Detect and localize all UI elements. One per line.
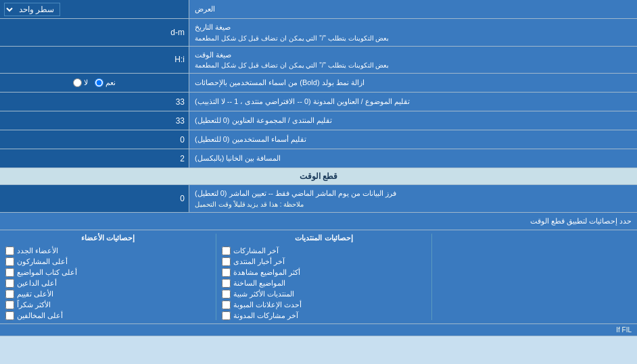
time-format-input[interactable] — [4, 55, 185, 64]
checkbox-top-violators[interactable]: أعلى المخالفين — [5, 311, 210, 320]
label-username-trim: تقليم أسماء المستخدمين (0 للتعطيل) — [189, 130, 637, 149]
radio-yes-label[interactable]: نعم — [95, 78, 116, 87]
label-cell-spacing: المسافة بين الخانيا (بالبكسل) — [189, 149, 637, 167]
username-trim-input[interactable] — [4, 135, 185, 145]
label-forum-trim: تقليم المنتدى / المجموعة العناوين (0 للت… — [189, 111, 637, 130]
cb-most-thanked[interactable] — [5, 301, 14, 309]
cb-top-violators[interactable] — [5, 311, 14, 320]
input-forum-trim-cell — [0, 111, 189, 130]
cb-blog-posts[interactable] — [222, 311, 231, 320]
cb-top-posters[interactable] — [5, 257, 14, 266]
label-cutoff: فرز البيانات من يوم الماشر الماضي فقط --… — [189, 185, 637, 212]
checkbox-top-invitors[interactable]: أعلى الداعين — [5, 279, 210, 288]
radio-no[interactable] — [73, 78, 82, 87]
limit-row: حدد إحصائيات لتطبيق قطع الوقت — [0, 213, 637, 230]
row-username-trim: تقليم أسماء المستخدمين (0 للتعطيل) — [0, 130, 637, 149]
date-format-input[interactable] — [4, 28, 185, 37]
display-select[interactable]: سطر واحد سطرين ثلاثة أسطر — [4, 3, 60, 16]
empty-left-col — [432, 234, 637, 320]
row-title-trim: تقليم الموضوع / العناوين المدونة (0 -- ا… — [0, 93, 637, 111]
row-cutoff: فرز البيانات من يوم الماشر الماضي فقط --… — [0, 185, 637, 213]
member-stats-header: إحصائيات الأعضاء — [5, 234, 210, 242]
row-display: العرض سطر واحد سطرين ثلاثة أسطر — [0, 0, 637, 19]
checkbox-last-posts[interactable]: آخر المشاركات — [222, 246, 427, 255]
cb-latest-classified[interactable] — [222, 301, 231, 309]
checkbox-top-rated[interactable]: الأعلى تقييم — [5, 290, 210, 298]
checkboxes-area: إحصائيات المنتديات آخر المشاركات آخر أخب… — [0, 230, 637, 324]
radio-bold-cell: نعم لا — [0, 74, 189, 92]
input-date-format-cell — [0, 19, 189, 46]
section-header-cutoff: قطع الوقت — [0, 168, 637, 185]
cell-spacing-input[interactable] — [4, 154, 185, 163]
forum-trim-input[interactable] — [4, 116, 185, 126]
row-forum-trim: تقليم المنتدى / المجموعة العناوين (0 للت… — [0, 111, 637, 130]
cb-top-rated[interactable] — [5, 290, 14, 298]
cb-hot-topics[interactable] — [222, 279, 231, 288]
checkbox-blog-posts[interactable]: آخر مشاركات المدونة — [222, 311, 427, 320]
label-time-format: صيغة الوقت بعض التكوينات يتطلب "/" التي … — [189, 47, 637, 74]
bottom-note-row: If FIL — [0, 324, 637, 336]
checkbox-most-similar[interactable]: المنتديات الأكثر شبية — [222, 290, 427, 298]
cb-most-similar[interactable] — [222, 290, 231, 298]
checkbox-top-writers[interactable]: أعلى كتاب المواضيع — [5, 268, 210, 277]
title-trim-input[interactable] — [4, 97, 185, 107]
checkbox-most-thanked[interactable]: الأكثر شكراً — [5, 301, 210, 309]
label-date-format: صيغة التاريخ بعض التكوينات يتطلب "/" الت… — [189, 19, 637, 46]
checkbox-top-posters[interactable]: أعلى المشاركون — [5, 257, 210, 266]
cb-forum-news[interactable] — [222, 257, 231, 266]
checkbox-latest-classified[interactable]: أحدث الإعلانات المبوبة — [222, 301, 427, 309]
input-cell-spacing-cell — [0, 149, 189, 167]
input-time-format-cell — [0, 47, 189, 74]
select-display-cell: سطر واحد سطرين ثلاثة أسطر — [0, 0, 189, 18]
label-display: العرض — [189, 0, 637, 18]
checkbox-forum-news[interactable]: آخر أخبار المنتدى — [222, 257, 427, 266]
member-stats-col: إحصائيات الأعضاء الأعضاء الجدد أعلى المش… — [0, 234, 216, 320]
row-bold: ازالة نمط بولد (Bold) من اسماء المستخدمي… — [0, 74, 637, 93]
input-cutoff-cell — [0, 185, 189, 212]
checkbox-hot-topics[interactable]: المواضيع الساخنة — [222, 279, 427, 288]
forum-stats-header: إحصائيات المنتديات — [222, 234, 427, 242]
row-cell-spacing: المسافة بين الخانيا (بالبكسل) — [0, 149, 637, 168]
row-time-format: صيغة الوقت بعض التكوينات يتطلب "/" التي … — [0, 47, 637, 74]
limit-label: حدد إحصائيات لتطبيق قطع الوقت — [0, 214, 637, 228]
input-title-trim-cell — [0, 93, 189, 111]
row-date-format: صيغة التاريخ بعض التكوينات يتطلب "/" الت… — [0, 19, 637, 47]
radio-no-label[interactable]: لا — [73, 78, 88, 87]
label-title-trim: تقليم الموضوع / العناوين المدونة (0 -- ا… — [189, 93, 637, 111]
cb-new-members[interactable] — [5, 246, 14, 255]
checkbox-new-members[interactable]: الأعضاء الجدد — [5, 246, 210, 255]
cutoff-input[interactable] — [4, 194, 185, 203]
cb-top-invitors[interactable] — [5, 279, 14, 288]
forum-stats-col: إحصائيات المنتديات آخر المشاركات آخر أخب… — [216, 234, 433, 320]
cb-top-writers[interactable] — [5, 268, 14, 277]
cb-last-posts[interactable] — [222, 246, 231, 255]
cb-most-viewed[interactable] — [222, 268, 231, 277]
label-bold: ازالة نمط بولد (Bold) من اسماء المستخدمي… — [189, 74, 637, 92]
bottom-note: If FIL — [616, 326, 632, 334]
radio-yes[interactable] — [95, 78, 103, 87]
input-username-trim-cell — [0, 130, 189, 149]
checkbox-most-viewed[interactable]: أكثر المواضيع مشاهدة — [222, 268, 427, 277]
